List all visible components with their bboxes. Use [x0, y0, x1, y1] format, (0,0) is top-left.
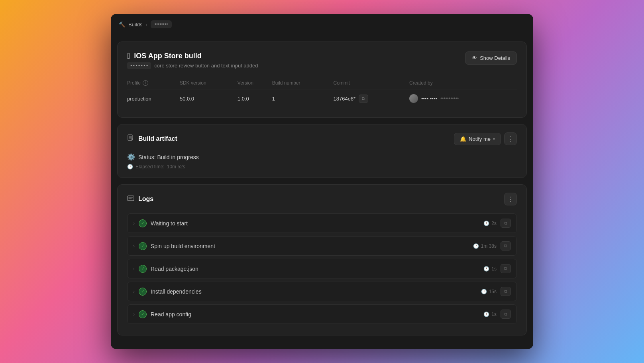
- log-time: 🕐 2s: [483, 221, 497, 226]
- show-details-button[interactable]: 👁 Show Details: [465, 51, 517, 65]
- logs-title-row: Logs: [127, 195, 153, 203]
- commit-value: 18764e6*: [333, 96, 355, 102]
- logs-card: Logs ⋮ › ✓ Waiting to start 🕐 2s ⧉ › ✓ S: [117, 184, 527, 335]
- build-title-section:  iOS App Store build ••••••• core store…: [127, 51, 258, 69]
- build-title-row:  iOS App Store build: [127, 51, 258, 61]
- notify-me-button[interactable]: 🔔 Notify me ▾: [454, 133, 501, 145]
- log-duration: 15s: [489, 289, 497, 294]
- log-duration: 2s: [491, 221, 497, 226]
- apple-icon: : [127, 51, 130, 61]
- log-clock-icon: 🕐: [483, 266, 489, 272]
- creator-name: •••• ••••: [421, 96, 437, 102]
- log-name: Spin up build environment: [151, 243, 215, 249]
- svg-rect-1: [128, 196, 134, 201]
- log-duration: 1m 38s: [481, 243, 497, 249]
- log-left: › ✓ Waiting to start: [133, 219, 188, 227]
- commit-hash-badge: •••••••: [127, 62, 151, 69]
- log-clock-icon: 🕐: [473, 243, 479, 249]
- logs-icon: [127, 195, 134, 203]
- chevron-right-icon: ›: [133, 243, 135, 249]
- build-table: Profile i SDK version Version Build numb…: [127, 77, 517, 108]
- clock-icon: 🕐: [127, 164, 133, 170]
- more-icon: ⋮: [507, 135, 514, 143]
- eye-icon: 👁: [472, 55, 477, 61]
- log-duration: 1s: [491, 266, 497, 272]
- chevron-right-icon: ›: [133, 221, 135, 226]
- version-cell: 1.0.0: [238, 89, 272, 108]
- artifact-card: Build artifact 🔔 Notify me ▾ ⋮ ⚙️: [117, 124, 527, 178]
- build-info-card:  iOS App Store build ••••••• core store…: [117, 41, 527, 118]
- log-time: 🕐 1s: [483, 266, 497, 272]
- version-header: Version: [238, 77, 272, 89]
- log-name: Install dependencies: [151, 288, 202, 295]
- elapsed-label: Elapsed time:: [135, 164, 165, 170]
- main-window: 🔨 Builds › ••••••••  iOS App Store buil…: [111, 14, 533, 349]
- artifact-icon: [127, 134, 134, 143]
- build-title: iOS App Store build: [134, 52, 201, 60]
- log-duration: 1s: [491, 312, 497, 317]
- build-subtitle: ••••••• core store review button and tex…: [127, 62, 258, 69]
- log-items-container: › ✓ Waiting to start 🕐 2s ⧉ › ✓ Spin up …: [127, 213, 517, 324]
- show-details-label: Show Details: [480, 55, 510, 61]
- logs-more-icon: ⋮: [507, 195, 514, 203]
- log-left: › ✓ Read app config: [133, 310, 191, 318]
- logs-more-button[interactable]: ⋮: [504, 193, 517, 205]
- artifact-title: Build artifact: [138, 135, 177, 142]
- log-right: 🕐 15s ⧉: [481, 287, 511, 296]
- log-right: 🕐 1s ⧉: [483, 264, 511, 273]
- log-name: Read package.json: [151, 266, 198, 272]
- success-icon: ✓: [139, 310, 147, 318]
- log-name: Waiting to start: [151, 220, 188, 227]
- status-spinner-icon: ⚙️: [127, 153, 135, 161]
- log-item[interactable]: › ✓ Install dependencies 🕐 15s ⧉: [127, 282, 517, 301]
- sdk-version-cell: 50.0.0: [180, 89, 238, 108]
- creator-cell: •••• •••• •••••••••••: [409, 89, 517, 108]
- log-copy-button[interactable]: ⧉: [501, 219, 511, 228]
- creator-email: •••••••••••: [440, 96, 459, 101]
- success-icon: ✓: [139, 265, 147, 273]
- log-item[interactable]: › ✓ Spin up build environment 🕐 1m 38s ⧉: [127, 236, 517, 256]
- log-copy-button[interactable]: ⧉: [501, 310, 511, 319]
- log-copy-button[interactable]: ⧉: [501, 241, 511, 251]
- notify-label: Notify me: [469, 136, 491, 142]
- log-time: 🕐 15s: [481, 289, 497, 294]
- success-icon: ✓: [139, 242, 147, 250]
- created-by-header: Created by: [409, 77, 517, 89]
- build-header:  iOS App Store build ••••••• core store…: [127, 51, 517, 69]
- log-clock-icon: 🕐: [483, 221, 489, 226]
- sdk-version-header: SDK version: [180, 77, 238, 89]
- success-icon: ✓: [139, 219, 147, 227]
- log-name: Read app config: [151, 311, 191, 318]
- log-item[interactable]: › ✓ Read app config 🕐 1s ⧉: [127, 304, 517, 324]
- log-left: › ✓ Install dependencies: [133, 288, 202, 296]
- build-number-cell: 1: [272, 89, 334, 108]
- build-subtitle-text: core store review button and text input …: [154, 63, 258, 69]
- elapsed-value: 10m 52s: [167, 164, 185, 170]
- content-area:  iOS App Store build ••••••• core store…: [111, 35, 533, 349]
- artifact-more-button[interactable]: ⋮: [504, 132, 517, 145]
- commit-cell: 18764e6* ⧉: [333, 89, 409, 108]
- log-item[interactable]: › ✓ Waiting to start 🕐 2s ⧉: [127, 213, 517, 233]
- chevron-right-icon: ›: [133, 312, 135, 317]
- artifact-card-header: Build artifact 🔔 Notify me ▾ ⋮: [127, 132, 517, 145]
- log-left: › ✓ Read package.json: [133, 265, 198, 273]
- profile-info-icon[interactable]: i: [143, 80, 148, 86]
- logs-card-header: Logs ⋮: [127, 193, 517, 205]
- status-row: ⚙️ Status: Status: Build in progressBuil…: [127, 153, 517, 161]
- avatar: [409, 94, 418, 103]
- copy-commit-button[interactable]: ⧉: [359, 95, 368, 103]
- log-copy-button[interactable]: ⧉: [501, 264, 511, 273]
- artifact-title-row: Build artifact: [127, 134, 177, 143]
- log-copy-button[interactable]: ⧉: [501, 287, 511, 296]
- profile-cell: production: [127, 89, 180, 108]
- breadcrumb-bar: 🔨 Builds › ••••••••: [111, 14, 533, 35]
- breadcrumb-builds[interactable]: Builds: [128, 22, 142, 28]
- builds-icon: 🔨: [119, 22, 125, 28]
- log-clock-icon: 🕐: [481, 289, 487, 294]
- success-icon: ✓: [139, 288, 147, 296]
- log-time: 🕐 1m 38s: [473, 243, 497, 249]
- chevron-right-icon: ›: [133, 289, 135, 294]
- log-item[interactable]: › ✓ Read package.json 🕐 1s ⧉: [127, 259, 517, 278]
- build-number-header: Build number: [272, 77, 334, 89]
- log-time: 🕐 1s: [483, 312, 497, 317]
